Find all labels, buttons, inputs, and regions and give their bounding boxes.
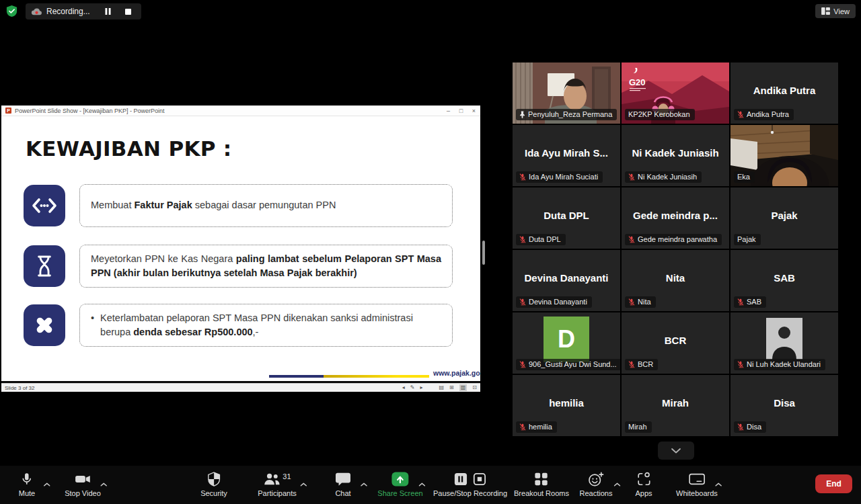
participant-label: Eka [734,171,755,183]
reading-view-icon[interactable]: ▥ [459,384,467,391]
participant-tile-gusti[interactable]: D 906_Gusti Ayu Dwi Sund... [513,312,620,374]
muted-mic-icon [737,423,744,431]
meeting-toolbar: Mute Stop Video Security [0,466,861,504]
participant-tile-pajak[interactable]: Pajak Pajak [731,187,838,249]
participant-tile-nita[interactable]: Nita Nita [622,250,729,311]
apps-button[interactable]: Apps [635,472,652,497]
reactions-button[interactable]: Reactions [580,472,613,497]
participant-tile-eka[interactable]: Eka [731,125,838,186]
shield-icon [207,472,221,487]
participant-tile-niluh[interactable]: Ni Luh Kadek Ulandari [731,312,838,374]
participant-label: SAB [734,296,766,308]
participant-tile-duta[interactable]: Duta DPL Duta DPL [513,187,620,249]
participant-tile-devina[interactable]: Devina Danayanti Devina Danayanti [513,250,620,311]
participant-label: Disa [734,421,766,433]
muted-mic-icon [628,173,635,181]
recording-indicator: Recording... [26,3,141,19]
reactions-options-chevron[interactable] [613,477,620,489]
cloud-recording-icon [31,7,42,16]
footer-url: www.pajak.go.id [433,369,480,377]
participant-tile-gede[interactable]: Gede meindra p... Gede meindra parwatha [622,187,729,249]
participant-label: Gede meindra parwatha [625,234,722,245]
muted-mic-icon [519,298,526,306]
stop-recording-button[interactable] [122,5,135,17]
powerpoint-app-icon: P [5,108,11,114]
muted-mic-icon [519,173,526,181]
participant-tile-ida[interactable]: Ida Ayu Mirah S... Ida Ayu Mirah Suciati [513,125,620,186]
minimize-button[interactable]: – [442,106,455,116]
pause-recording-button[interactable] [102,5,114,17]
participant-tile-disa[interactable]: Disa Disa [731,375,838,436]
pen-annotate-icon[interactable]: ✎ [410,384,415,391]
participant-label: KP2KP Kerobokan [625,109,695,120]
stop-video-button[interactable]: Stop Video [65,472,101,497]
pause-stop-recording-button[interactable]: Pause/Stop Recording [433,472,507,497]
slideshow-view-icon[interactable]: ⊡ [472,384,477,391]
share-screen-button[interactable]: Share Screen [377,472,422,497]
mute-button[interactable]: Mute [19,472,35,497]
recording-label: Recording... [46,7,90,16]
avatar: D [544,317,589,362]
participant-label: Penyuluh_Reza Permana [516,109,617,120]
chat-button[interactable]: Chat [335,472,351,497]
muted-mic-icon [628,298,635,306]
slide-counter: Slide 3 of 32 [5,385,34,391]
breakout-rooms-button[interactable]: Breakout Rooms [514,472,569,497]
participant-label: Ni Luh Kadek Ulandari [734,359,825,370]
close-button[interactable]: × [467,106,480,116]
view-button[interactable]: View [815,4,856,18]
video-camera-icon [75,472,91,487]
slide-sorter-view-icon[interactable]: ⊞ [449,384,454,391]
previous-slide-icon[interactable]: ◂ [402,384,405,391]
participant-tile-mirah[interactable]: Mirah Mirah [622,375,729,436]
participant-tile-hemilia[interactable]: hemilia hemilia [513,375,620,436]
slide-item-3: • Keterlambatan pelaporan SPT Masa PPN d… [24,302,453,349]
window-titlebar[interactable]: P PowerPoint Slide Show - [Kewajiban PKP… [1,106,480,116]
chat-bubble-icon [335,472,351,487]
maximize-button[interactable]: □ [455,106,467,116]
share-options-chevron[interactable] [418,477,425,489]
muted-mic-icon [737,361,744,368]
normal-view-icon[interactable]: ▤ [439,384,444,391]
participant-label: Nita [625,296,656,308]
muted-mic-icon [737,111,744,118]
code-arrows-icon [24,185,65,226]
powerpoint-window: P PowerPoint Slide Show - [Kewajiban PKP… [1,106,480,392]
participant-tile-bcr[interactable]: BCR BCR [622,312,729,374]
stop-recording-icon[interactable] [473,472,486,486]
chat-options-chevron[interactable] [361,477,367,489]
slide-item-text-box: Membuat Faktur Pajak sebagai dasar pemun… [79,184,453,227]
meeting-info-shield-icon[interactable] [5,5,18,20]
participants-options-chevron[interactable] [301,477,307,489]
slide-title: KEWAJIBAN PKP : [26,136,232,161]
view-layout-icon [821,7,830,15]
participant-label: Pajak [734,234,761,245]
pin-icon [519,111,525,118]
more-participants-button[interactable] [658,442,694,460]
participant-tile-reza[interactable]: Penyuluh_Reza Permana [513,62,620,124]
next-slide-icon[interactable]: ▸ [420,384,422,391]
hourglass-icon [24,245,65,287]
muted-mic-icon [628,361,635,368]
participant-tile-kp2kp[interactable]: G20 KP2KP Kerobokan [622,62,729,124]
participants-count: 31 [283,472,291,480]
participant-label: 906_Gusti Ayu Dwi Sund... [516,359,620,370]
whiteboards-options-chevron[interactable] [715,477,722,489]
participants-button[interactable]: 31 Participants [258,472,296,497]
video-options-chevron[interactable] [100,477,107,489]
whiteboard-icon [688,472,706,487]
pause-recording-icon[interactable] [454,472,467,486]
participant-label: Duta DPL [516,234,566,245]
participant-tile-andika[interactable]: Andika Putra Andika Putra [731,62,838,124]
participant-tile-sab[interactable]: SAB SAB [731,250,838,311]
participant-tile-nikadek[interactable]: Ni Kadek Juniasih Ni Kadek Juniasih [622,125,729,186]
mute-options-chevron[interactable] [44,477,50,489]
share-screen-icon [391,472,409,487]
muted-mic-icon [737,298,744,306]
end-meeting-button[interactable]: End [815,474,852,493]
security-button[interactable]: Security [200,472,227,497]
slide-canvas[interactable]: KEWAJIBAN PKP : Membuat Faktur Pajak seb… [1,116,480,381]
scrollbar-thumb[interactable] [482,241,485,265]
avatar [766,318,802,360]
whiteboards-button[interactable]: Whiteboards [676,472,718,497]
